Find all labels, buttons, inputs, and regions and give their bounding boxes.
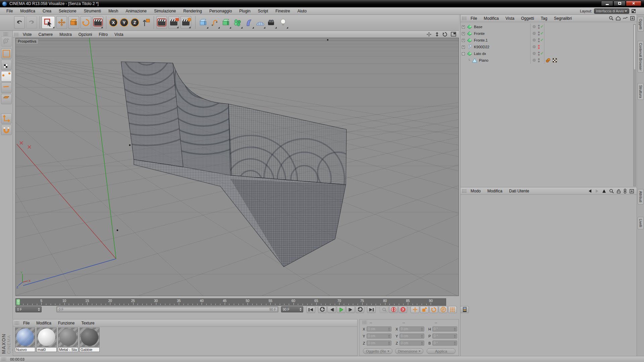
am-menu-dati-utente[interactable]: Dati Utente bbox=[506, 188, 533, 194]
search-icon[interactable] bbox=[609, 189, 614, 193]
enabled-check-icon[interactable]: ✓ bbox=[540, 51, 543, 56]
zoom-view-icon[interactable] bbox=[435, 32, 439, 37]
menu-file[interactable]: File bbox=[3, 8, 16, 14]
drag-handle[interactable] bbox=[462, 16, 467, 20]
wireframe-object[interactable] bbox=[53, 38, 358, 267]
goto-start-button[interactable] bbox=[307, 306, 315, 313]
material-menu-file[interactable]: File bbox=[20, 320, 33, 326]
home-icon[interactable] bbox=[616, 16, 621, 20]
material-mat0[interactable]: mat0 bbox=[37, 327, 57, 352]
material-menu-funzione[interactable]: Funzione bbox=[55, 320, 78, 326]
material-nuovo[interactable]: Nuovo bbox=[15, 327, 35, 352]
material-menu-texture[interactable]: Texture bbox=[78, 320, 98, 326]
material-name[interactable]: Gabbie bbox=[79, 347, 100, 352]
coord-input-position-z[interactable]: 0 cm bbox=[367, 341, 391, 346]
coord-input-size-x[interactable]: 0 cm bbox=[399, 326, 424, 331]
next-key-button[interactable] bbox=[356, 306, 364, 313]
live-selection-button[interactable] bbox=[42, 16, 55, 29]
menu-strumenti[interactable]: Strumenti bbox=[80, 8, 105, 14]
menu-crea[interactable]: Crea bbox=[39, 8, 55, 14]
viewport-menu-mostra[interactable]: Mostra bbox=[56, 31, 75, 38]
preview-range-bar[interactable]: 0 F 90 F bbox=[56, 306, 278, 312]
menu-animazione[interactable]: Animazione bbox=[122, 8, 150, 14]
material-menu-modifica[interactable]: Modifica bbox=[33, 320, 55, 326]
tool-history-button[interactable] bbox=[93, 16, 103, 29]
point-mode-button[interactable] bbox=[1, 71, 12, 81]
add-panel-icon[interactable] bbox=[630, 16, 635, 20]
side-tab-struttura[interactable]: Struttura bbox=[638, 83, 644, 100]
om-menu-segnalibri[interactable]: Segnalibri bbox=[551, 15, 575, 22]
make-editable-button[interactable] bbox=[1, 36, 12, 47]
record-key-button[interactable] bbox=[380, 306, 388, 313]
render-visibility-dot[interactable] bbox=[538, 61, 540, 62]
om-menu-oggetti[interactable]: Oggetti bbox=[518, 15, 538, 22]
drag-handle[interactable] bbox=[14, 33, 19, 37]
record-objects-button[interactable] bbox=[389, 306, 398, 313]
menu-personaggio[interactable]: Personaggio bbox=[206, 8, 235, 14]
texture-mode-button[interactable] bbox=[1, 60, 12, 70]
menu-simulazione[interactable]: Simulazione bbox=[150, 8, 179, 14]
render-visibility-dot[interactable] bbox=[538, 54, 540, 56]
spline-pen-button[interactable] bbox=[209, 16, 220, 29]
layer-dot[interactable] bbox=[533, 45, 536, 48]
drag-handle[interactable] bbox=[462, 189, 467, 193]
object-name[interactable]: Lato dx bbox=[474, 52, 486, 56]
layer-dot[interactable] bbox=[533, 52, 536, 55]
render-settings-button[interactable] bbox=[180, 16, 191, 29]
object-manager-scrollbar[interactable] bbox=[633, 24, 636, 186]
material-preview[interactable] bbox=[37, 327, 57, 347]
next-frame-button[interactable] bbox=[346, 306, 355, 313]
layer-dot[interactable] bbox=[533, 32, 536, 35]
enabled-check-icon[interactable]: ✓ bbox=[540, 31, 543, 36]
spinner-arrows[interactable] bbox=[300, 308, 302, 311]
layer-dot[interactable] bbox=[533, 59, 536, 62]
enable-axis-button[interactable] bbox=[1, 113, 12, 124]
side-tab-oggetti[interactable]: Oggetti bbox=[638, 17, 644, 32]
goto-end-button[interactable] bbox=[367, 306, 376, 313]
minimize-button[interactable] bbox=[601, 1, 613, 6]
side-tab-attributi[interactable]: Attributi bbox=[638, 189, 644, 204]
layout-dropdown[interactable]: Interfaccia di Avvio bbox=[594, 8, 629, 14]
am-menu-modifica[interactable]: Modifica bbox=[484, 188, 506, 194]
drag-handle[interactable] bbox=[14, 321, 19, 325]
edge-mode-button[interactable] bbox=[1, 82, 12, 93]
lock-y-axis-button[interactable]: Y bbox=[119, 16, 129, 29]
spinner-arrows[interactable] bbox=[38, 308, 40, 311]
drag-handle[interactable] bbox=[3, 32, 8, 36]
light-button[interactable] bbox=[278, 16, 288, 29]
subdivision-surface-button[interactable] bbox=[221, 16, 231, 29]
object-row-piano[interactable]: └Piano bbox=[461, 57, 635, 64]
close-button[interactable]: ✕ bbox=[626, 1, 641, 6]
camera-button[interactable] bbox=[266, 16, 277, 29]
render-visibility-dot[interactable] bbox=[538, 41, 540, 42]
spinner-arrows[interactable] bbox=[454, 335, 456, 338]
coord-input-rotation-p[interactable]: 0 ° bbox=[432, 334, 457, 339]
material-preview[interactable] bbox=[79, 327, 100, 347]
render-view-button[interactable] bbox=[156, 16, 167, 29]
enabled-check-icon[interactable]: ✓ bbox=[540, 24, 543, 29]
expand-icon[interactable]: + bbox=[462, 32, 465, 35]
coords-apply-button[interactable]: Applica bbox=[427, 348, 455, 354]
coords-object-dropdown[interactable]: Oggetto (Re bbox=[363, 348, 392, 354]
render-visibility-dot[interactable] bbox=[538, 27, 540, 29]
render-visibility-dot[interactable] bbox=[538, 34, 540, 36]
model-mode-button[interactable] bbox=[1, 48, 12, 59]
expand-icon[interactable]: + bbox=[462, 39, 465, 42]
autokey-button[interactable]: ? bbox=[398, 306, 407, 313]
object-row-base[interactable]: +Base✓ bbox=[461, 23, 635, 30]
material-name[interactable]: mat0 bbox=[37, 347, 57, 352]
object-name[interactable]: Fronte bbox=[474, 32, 485, 36]
material-preview[interactable] bbox=[58, 327, 78, 347]
editor-visibility-dot[interactable] bbox=[538, 32, 540, 33]
scrollbar-thumb[interactable] bbox=[634, 24, 636, 70]
render-picture-viewer-button[interactable] bbox=[168, 16, 179, 29]
move-tool-button[interactable] bbox=[56, 16, 67, 29]
menu-modifica[interactable]: Modifica bbox=[16, 8, 39, 14]
path-icon[interactable] bbox=[623, 16, 628, 20]
spinner-arrows[interactable] bbox=[454, 342, 456, 345]
spinner-arrows[interactable] bbox=[421, 342, 423, 345]
render-visibility-dot[interactable] bbox=[538, 47, 540, 49]
om-menu-vista[interactable]: Vista bbox=[502, 15, 518, 22]
title-bar[interactable]: CINEMA 4D R13.058 Visualize - [Senza Tit… bbox=[0, 0, 644, 7]
add-panel-icon[interactable] bbox=[630, 189, 634, 193]
